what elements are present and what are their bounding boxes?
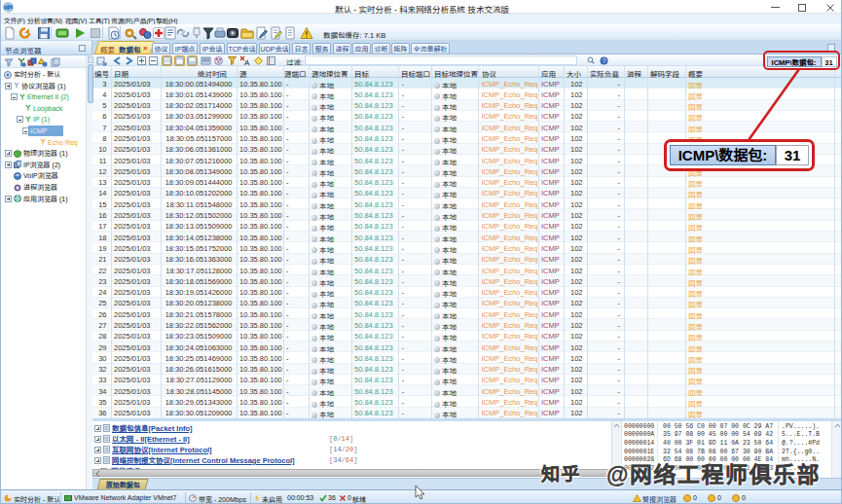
- svg-text:A: A: [244, 57, 250, 66]
- svg-text:?: ?: [603, 56, 606, 63]
